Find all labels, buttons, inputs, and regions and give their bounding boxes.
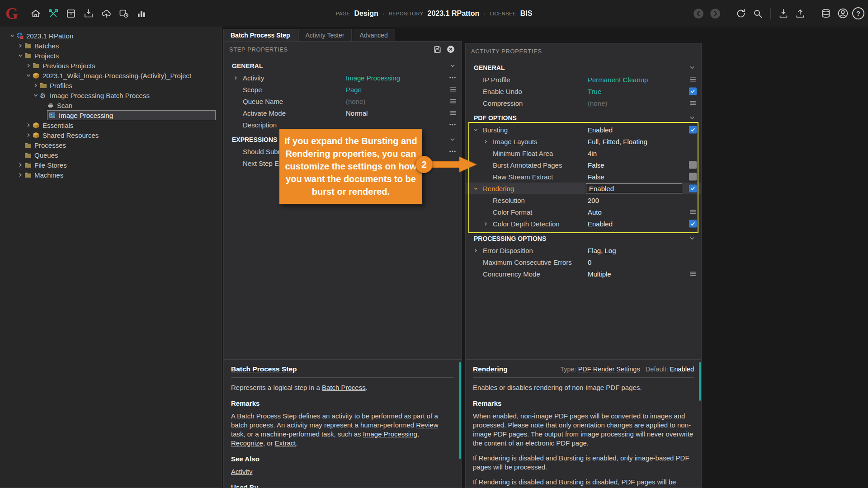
- image-processing-link[interactable]: Image Processing: [363, 430, 417, 438]
- refresh-icon[interactable]: [734, 6, 748, 21]
- chevron-down-icon[interactable]: [450, 137, 455, 141]
- menu-button[interactable]: [690, 272, 696, 277]
- menu-button[interactable]: [690, 77, 696, 82]
- chevron-right-icon[interactable]: [24, 63, 33, 68]
- property-row-activate-mode[interactable]: Activate Mode Normal: [224, 107, 462, 119]
- property-row-bursting[interactable]: Bursting Enabled: [466, 124, 701, 136]
- menu-button[interactable]: [690, 101, 696, 106]
- chevron-down-icon[interactable]: [16, 53, 24, 58]
- repository-value[interactable]: 2023.1 RPatton: [428, 9, 480, 18]
- back-icon[interactable]: [691, 6, 706, 21]
- tree-item-profiles[interactable]: Profiles: [0, 80, 221, 90]
- section-pdf-options[interactable]: PDF OPTIONS: [466, 112, 701, 124]
- cloud-upload-icon[interactable]: [99, 6, 113, 21]
- chevron-right-icon[interactable]: [16, 173, 24, 177]
- property-row-burst-annotated-pages[interactable]: Burst Annotated Pages False: [466, 159, 701, 171]
- doc-title-link[interactable]: Batch Process Step: [231, 365, 297, 373]
- tab-activity-tester[interactable]: Activity Tester: [298, 29, 352, 41]
- menu-button[interactable]: [450, 87, 456, 92]
- property-row-ip-profile[interactable]: IP Profile Permanent Cleanup: [466, 74, 701, 85]
- chevron-down-icon[interactable]: [689, 236, 695, 240]
- tab-advanced[interactable]: Advanced: [353, 29, 395, 41]
- section-processing-options[interactable]: PROCESSING OPTIONS: [466, 232, 701, 244]
- chevron-down-icon[interactable]: [689, 116, 695, 120]
- property-row-concurrency-mode[interactable]: Concurrency Mode Multiple: [466, 268, 701, 280]
- checkbox-checked[interactable]: [689, 185, 697, 192]
- chevron-down-icon[interactable]: [450, 64, 455, 68]
- checkbox-checked[interactable]: [689, 126, 697, 134]
- ellipsis-button[interactable]: [449, 150, 456, 153]
- tree-item-scan[interactable]: Scan: [0, 100, 221, 110]
- batch-process-link[interactable]: Batch Process: [322, 384, 366, 391]
- ellipsis-button[interactable]: [449, 77, 456, 79]
- tree-item-batches[interactable]: Batches: [0, 41, 221, 51]
- tree-item-projects[interactable]: Projects: [0, 51, 221, 61]
- tree-item-machines[interactable]: Machines: [0, 170, 221, 180]
- recognize-link[interactable]: Recognize: [231, 439, 263, 447]
- page-value[interactable]: Design: [354, 9, 378, 18]
- checkbox-checked[interactable]: [689, 220, 697, 228]
- chevron-down-icon[interactable]: [474, 187, 483, 191]
- property-row-queue-name[interactable]: Queue Name (none): [224, 95, 462, 107]
- chevron-right-icon[interactable]: [16, 163, 24, 167]
- extract-link[interactable]: Extract: [275, 439, 296, 447]
- import-box-icon[interactable]: [81, 6, 96, 21]
- tree-item-file-stores[interactable]: File Stores: [0, 160, 221, 170]
- tree-item-wiki-project[interactable]: 2023.1_Wiki_Image-Processing-(Activity)_…: [0, 70, 221, 80]
- property-row-error-disposition[interactable]: Error Disposition Flag, Log: [466, 244, 701, 256]
- property-row-activity[interactable]: Activity Image Processing: [224, 72, 462, 84]
- database-stack-icon[interactable]: [819, 6, 833, 21]
- chevron-right-icon[interactable]: [24, 123, 33, 127]
- tools-icon[interactable]: [46, 6, 61, 21]
- chevron-right-icon[interactable]: [32, 83, 40, 88]
- section-general[interactable]: GENERAL: [224, 60, 462, 72]
- menu-button[interactable]: [690, 210, 696, 215]
- chevron-down-icon[interactable]: [689, 66, 695, 70]
- rendering-value-editor[interactable]: Enabled: [586, 183, 682, 193]
- property-row-enable-undo[interactable]: Enable Undo True: [466, 85, 701, 97]
- user-icon[interactable]: [835, 6, 850, 21]
- scrollbar-thumb[interactable]: [699, 362, 701, 401]
- chevron-right-icon[interactable]: [484, 222, 493, 226]
- close-icon[interactable]: [445, 44, 456, 55]
- tree-item-batch-process[interactable]: ⚙ Image Processing Batch Process: [0, 90, 221, 100]
- tree-item-queues[interactable]: Queues: [0, 150, 221, 160]
- property-row-color-format[interactable]: Color Format Auto: [466, 206, 701, 218]
- checkbox-unchecked[interactable]: [689, 173, 697, 181]
- home-icon[interactable]: [28, 6, 43, 21]
- property-row-scope[interactable]: Scope Page: [224, 84, 462, 95]
- search-icon[interactable]: [750, 6, 765, 21]
- menu-button[interactable]: [450, 99, 456, 104]
- chevron-right-icon[interactable]: [484, 140, 493, 144]
- property-row-rendering[interactable]: Rendering Enabled: [466, 183, 701, 194]
- download-icon[interactable]: [776, 6, 791, 21]
- scheduled-batch-icon[interactable]: [117, 6, 131, 21]
- selected-node-box[interactable]: Image Processing: [47, 110, 216, 120]
- tree-item-shared-resources[interactable]: Shared Resources: [0, 130, 221, 140]
- property-row-image-layouts[interactable]: Image Layouts Full, Fitted, Floating: [466, 136, 701, 147]
- ellipsis-button[interactable]: [449, 124, 456, 126]
- checkbox-unchecked[interactable]: [689, 161, 697, 169]
- checkbox-checked[interactable]: [689, 88, 697, 95]
- pdf-render-settings-link[interactable]: PDF Render Settings: [578, 366, 640, 373]
- chevron-right-icon[interactable]: [16, 43, 24, 48]
- chevron-right-icon[interactable]: [234, 76, 243, 80]
- tree-item-previous-projects[interactable]: Previous Projects: [0, 61, 221, 70]
- property-row-color-depth-detection[interactable]: Color Depth Detection Enabled: [466, 218, 701, 230]
- chevron-down-icon[interactable]: [8, 33, 16, 38]
- doc-title-link[interactable]: Rendering: [473, 365, 508, 373]
- tree-item-essentials[interactable]: Essentials: [0, 120, 221, 130]
- tree-item-repository[interactable]: 2023.1 RPatton: [0, 31, 221, 41]
- chevron-down-icon[interactable]: [24, 73, 33, 78]
- stats-bars-icon[interactable]: [134, 6, 149, 21]
- help-icon[interactable]: ?: [852, 7, 864, 19]
- property-row-compression[interactable]: Compression (none): [466, 97, 701, 109]
- licensee-value[interactable]: BIS: [520, 9, 533, 18]
- chevron-right-icon[interactable]: [24, 133, 33, 137]
- tab-batch-process-step[interactable]: Batch Process Step: [223, 29, 297, 41]
- property-row-maximum-consecutive-errors[interactable]: Maximum Consecutive Errors 0: [466, 256, 701, 268]
- upload-icon[interactable]: [793, 6, 807, 21]
- chevron-down-icon[interactable]: [32, 93, 40, 98]
- property-row-resolution[interactable]: Resolution 200: [466, 194, 701, 206]
- archive-box-icon[interactable]: [64, 6, 78, 21]
